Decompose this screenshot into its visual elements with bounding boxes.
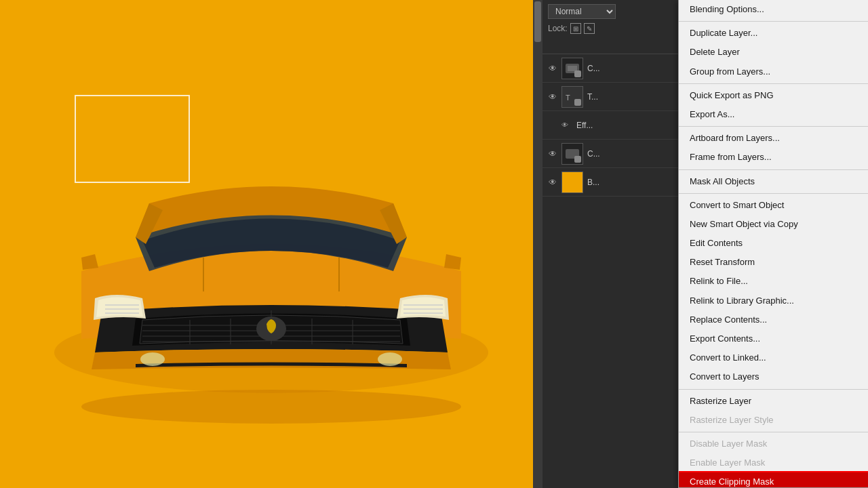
lock-icon-grid[interactable]: ⊞ xyxy=(570,23,581,34)
menu-item-artboard[interactable]: Artboard from Layers... xyxy=(679,129,868,148)
layer-visibility-toggle[interactable]: 👁 xyxy=(559,119,571,131)
layer-thumbnail xyxy=(561,143,583,165)
menu-separator xyxy=(679,21,868,22)
menu-item-quick-export[interactable]: Quick Export as PNG xyxy=(679,86,868,105)
menu-separator xyxy=(679,169,868,170)
svg-point-21 xyxy=(140,352,165,366)
menu-item-enable-mask: Enable Layer Mask xyxy=(679,453,868,472)
menu-item-convert-smart[interactable]: Convert to Smart Object xyxy=(679,196,868,215)
canvas-area xyxy=(0,0,542,488)
layer-name: T... xyxy=(587,92,598,102)
right-panel: Normal Lock: ⊞ ✎ 👁 C... 👁 T T... xyxy=(542,0,868,488)
layer-name: Eff... xyxy=(576,121,593,130)
menu-item-create-clipping[interactable]: Create Clipping Mask xyxy=(679,472,868,488)
menu-item-disable-mask[interactable]: Disable Layer Mask xyxy=(679,434,868,453)
canvas-scrollbar-thumb[interactable] xyxy=(534,1,541,42)
svg-point-20 xyxy=(81,390,461,424)
lock-label: Lock: xyxy=(548,24,568,33)
menu-item-delete[interactable]: Delete Layer xyxy=(679,43,868,62)
layer-thumbnail xyxy=(561,171,583,193)
svg-rect-30 xyxy=(562,172,583,192)
menu-item-frame[interactable]: Frame from Layers... xyxy=(679,148,868,167)
menu-item-export-contents[interactable]: Export Contents... xyxy=(679,329,868,348)
canvas-scrollbar[interactable] xyxy=(533,0,542,488)
menu-item-mask-all[interactable]: Mask All Objects xyxy=(679,172,868,191)
svg-point-22 xyxy=(378,352,402,366)
layer-visibility-toggle[interactable]: 👁 xyxy=(547,176,559,188)
svg-text:T: T xyxy=(566,94,570,102)
menu-item-rasterize[interactable]: Rasterize Layer xyxy=(679,392,868,411)
lock-icon-brush[interactable]: ✎ xyxy=(584,23,595,34)
layer-visibility-toggle[interactable]: 👁 xyxy=(547,62,559,75)
menu-item-rasterize-style[interactable]: Rasterize Layer Style xyxy=(679,411,868,430)
menu-item-duplicate[interactable]: Duplicate Layer... xyxy=(679,24,868,43)
layer-visibility-toggle[interactable]: 👁 xyxy=(547,91,559,103)
menu-item-edit-contents[interactable]: Edit Contents xyxy=(679,234,868,253)
menu-separator xyxy=(679,389,868,390)
layer-thumbnail xyxy=(561,58,583,79)
menu-item-blending[interactable]: Blending Options... xyxy=(679,0,868,19)
menu-item-new-smart-copy[interactable]: New Smart Object via Copy xyxy=(679,215,868,234)
layer-visibility-toggle[interactable]: 👁 xyxy=(547,148,559,160)
layer-thumbnail: T xyxy=(561,86,583,108)
menu-separator xyxy=(679,126,868,127)
layer-name: C... xyxy=(587,64,600,73)
menu-item-relink-library[interactable]: Relink to Library Graphic... xyxy=(679,291,868,310)
menu-separator xyxy=(679,83,868,84)
menu-item-reset-transform[interactable]: Reset Transform xyxy=(679,253,868,272)
layer-name: C... xyxy=(587,149,600,159)
layer-name: B... xyxy=(587,178,599,187)
menu-item-group[interactable]: Group from Layers... xyxy=(679,62,868,81)
menu-item-export-as[interactable]: Export As... xyxy=(679,105,868,124)
context-menu: Blending Options... Duplicate Layer... D… xyxy=(678,0,868,488)
menu-item-convert-linked[interactable]: Convert to Linked... xyxy=(679,348,868,367)
menu-item-replace-contents[interactable]: Replace Contents... xyxy=(679,310,868,329)
menu-item-convert-layers[interactable]: Convert to Layers xyxy=(679,367,868,386)
menu-separator xyxy=(679,193,868,194)
blend-mode-dropdown[interactable]: Normal xyxy=(548,4,616,19)
menu-item-relink-file[interactable]: Relink to File... xyxy=(679,272,868,291)
canvas-image xyxy=(0,0,542,488)
menu-separator xyxy=(679,432,868,432)
